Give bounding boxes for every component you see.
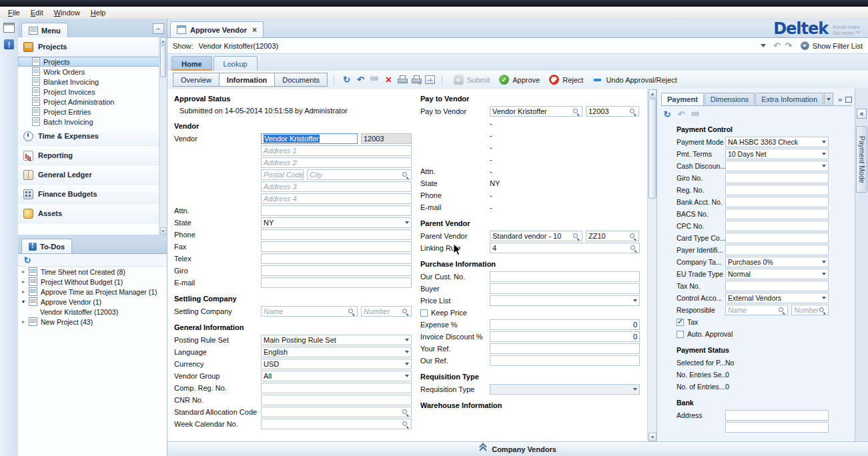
address-input[interactable]: Address 1	[261, 145, 412, 156]
todo-item-approve-vendor-1[interactable]: ▾Approve Vendor (1)	[18, 297, 167, 307]
your-ref-input[interactable]	[490, 343, 640, 354]
tab-dimensions[interactable]: Dimensions	[705, 93, 755, 105]
scroll-up-icon[interactable]: ▲	[160, 37, 166, 45]
sidebar-section-finance-budgets[interactable]: Finance Budgets	[18, 185, 159, 204]
dropdown-cash-discoun[interactable]	[725, 161, 829, 171]
submit-button[interactable]: Submit	[449, 73, 494, 87]
sidebar-section-projects[interactable]: Projects	[18, 37, 159, 57]
print-icon[interactable]	[397, 75, 408, 85]
previous-record-icon[interactable]: ↶	[773, 41, 781, 51]
telex-input[interactable]	[261, 253, 412, 264]
responsible-input[interactable]: Number	[791, 305, 829, 315]
sidebar-item-project-invoices[interactable]: Project Invoices	[18, 87, 159, 97]
todo-item-new-project-43[interactable]: ▸New Project (43)	[18, 317, 167, 327]
page-setup-icon[interactable]	[411, 75, 422, 85]
tab-payment[interactable]: Payment	[661, 93, 704, 105]
address-input[interactable]	[725, 422, 829, 433]
search-icon[interactable]	[572, 233, 580, 240]
week-calendar-no-input[interactable]	[261, 419, 412, 429]
checkbox-tax[interactable]: Tax	[677, 318, 698, 326]
tab-overflow-icon[interactable]	[824, 93, 833, 105]
tab-approve-vendor[interactable]: Approve Vendor ×	[170, 21, 264, 37]
cnr-no-input[interactable]	[261, 395, 412, 405]
buyer-input[interactable]	[490, 283, 640, 294]
parent-vendor-input[interactable]: Standard vendor - 10	[490, 231, 582, 241]
address-input[interactable]: Address 4	[261, 193, 412, 204]
search-icon[interactable]	[778, 307, 785, 314]
invoice-discount-input[interactable]: 0	[490, 331, 640, 342]
expand-left-icon[interactable]: «	[857, 109, 867, 119]
menubar-item-edit[interactable]: Edit	[25, 8, 49, 17]
expand-icon[interactable]: ▸	[22, 319, 29, 325]
todo-item-approve-time-as-project-manager-1[interactable]: ▸Approve Time as Project Manager (1)	[18, 287, 167, 297]
tab-home[interactable]: Home	[171, 56, 212, 71]
todo-item-time-sheet-not-created-8[interactable]: ▸Time Sheet not Created (8)	[18, 267, 167, 277]
payer-identifi-input[interactable]	[725, 245, 829, 255]
save-icon[interactable]	[691, 109, 700, 119]
dropdown-control-acco[interactable]: External Vendors	[725, 293, 829, 303]
sidebar-item-projects[interactable]: Projects	[18, 57, 159, 67]
parent-vendor-input[interactable]: ZZ10	[586, 231, 639, 241]
settling-company-input[interactable]: Number	[361, 306, 412, 317]
search-icon[interactable]	[402, 409, 409, 416]
address-input[interactable]	[725, 410, 829, 421]
show-filter-list-button[interactable]: Show Filter List	[801, 41, 863, 50]
maximize-panel-icon[interactable]	[845, 97, 852, 103]
sidebar-scrollbar[interactable]: ▲ ▼	[159, 37, 167, 235]
expand-panel-icon[interactable]: »	[838, 95, 842, 103]
sidebar-item-batch-invoicing[interactable]: Batch Invoicing	[18, 117, 159, 127]
linking-rule-input[interactable]: 4	[490, 243, 640, 253]
bacs-no-input[interactable]	[725, 209, 829, 219]
sidebar-collapse-button[interactable]: −	[153, 23, 164, 34]
scroll-up-icon[interactable]: ▲	[648, 89, 657, 98]
sidebar-section-assets[interactable]: Assets	[18, 204, 159, 223]
address-input[interactable]: Address 3	[261, 181, 412, 192]
standard-allocation-code-input[interactable]	[261, 407, 412, 417]
scrollbar-thumb[interactable]	[648, 99, 657, 199]
sidebar-item-project-administration[interactable]: Project Administration	[18, 97, 159, 107]
attn-input[interactable]	[261, 205, 412, 216]
dropdown-pmt-terms[interactable]: 10 Days Net	[725, 149, 829, 159]
dropdown-language[interactable]: English	[261, 347, 412, 357]
dropdown-eu-trade-type[interactable]: Normal	[725, 269, 829, 279]
dropdown-requisition-type[interactable]	[490, 384, 640, 395]
approve-button[interactable]: Approve	[494, 73, 544, 87]
sidebar-item-project-entries[interactable]: Project Entries	[18, 107, 159, 117]
export-icon[interactable]	[425, 75, 435, 84]
search-icon[interactable]	[402, 171, 409, 179]
our-cust-no-input[interactable]	[490, 271, 640, 282]
save-icon[interactable]	[369, 74, 380, 85]
company-vendors-bar[interactable]: Company Vendors	[167, 441, 868, 456]
expand-icon[interactable]: ▸	[22, 289, 29, 295]
chevron-down-icon[interactable]	[761, 44, 766, 47]
sidebar-section-reporting[interactable]: Reporting	[18, 146, 159, 165]
scrollbar-thumb[interactable]	[160, 45, 166, 77]
menubar-item-help[interactable]: Help	[85, 8, 111, 17]
scroll-down-icon[interactable]: ▼	[648, 433, 657, 441]
checkbox-icon[interactable]	[677, 331, 684, 338]
expand-icon[interactable]: ▸	[22, 279, 29, 285]
revert-icon[interactable]	[677, 109, 686, 119]
e-mail-input[interactable]	[261, 277, 412, 288]
todos-tab[interactable]: To-Dos	[21, 239, 72, 253]
dropdown-posting-rule-set[interactable]: Main Posting Rule Set	[261, 335, 412, 345]
expense-input[interactable]: 0	[490, 319, 640, 330]
card-type-co-input[interactable]	[725, 233, 829, 243]
vendor-input[interactable]: Vendor Kristoffer	[261, 133, 358, 144]
checkbox-icon[interactable]	[420, 309, 428, 317]
next-record-icon[interactable]: ↷	[785, 41, 792, 51]
search-icon[interactable]	[348, 308, 355, 315]
giro-no-input[interactable]	[725, 173, 829, 183]
pay-to-vendor-input[interactable]: 12003	[586, 106, 639, 117]
delete-icon[interactable]	[383, 74, 394, 85]
bank-acct-no-input[interactable]	[725, 197, 829, 207]
dropdown-vendor-group[interactable]: All	[261, 371, 412, 381]
revert-icon[interactable]	[355, 74, 366, 85]
phone-input[interactable]	[261, 229, 412, 240]
filter-selector[interactable]: Vendor Kristoffer(12003)	[199, 42, 755, 50]
tab-lookup[interactable]: Lookup	[213, 56, 258, 71]
fax-input[interactable]	[261, 241, 412, 252]
menubar-item-file[interactable]: File	[3, 8, 25, 17]
tab-information[interactable]: Information	[219, 73, 276, 87]
settling-company-input[interactable]: Name	[261, 306, 358, 317]
